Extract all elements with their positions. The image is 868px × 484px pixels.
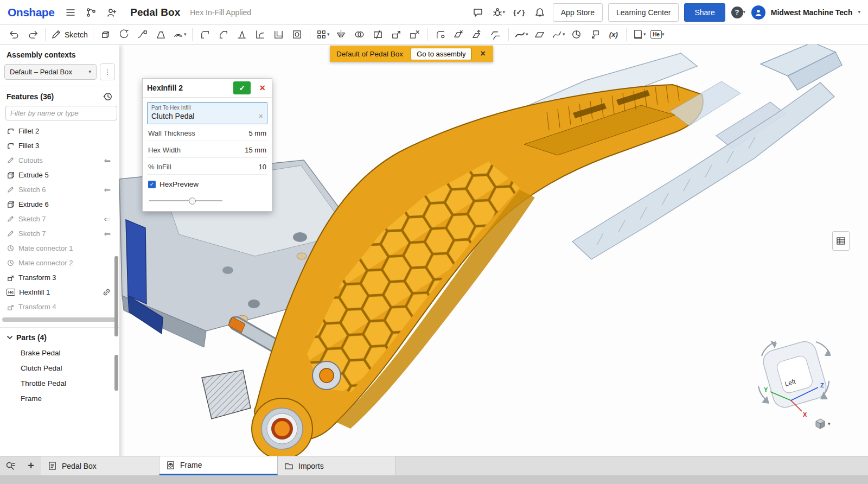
feature-item[interactable]: Transform 4 [0,300,119,314]
sweep-button[interactable] [134,27,151,42]
extrude-button[interactable] [97,27,114,42]
thicken-button[interactable]: ▾ [171,27,188,42]
rib-button[interactable] [252,27,269,42]
transform-button[interactable] [388,27,405,42]
view-mode-button[interactable]: ▾ [815,418,831,430]
feature-item[interactable]: Transform 3 [0,270,119,285]
hole-button[interactable] [289,27,306,42]
wall-thickness-value[interactable]: 5 mm [249,129,267,137]
feature-item[interactable]: Sketch 6⇐ [0,182,119,197]
slider-knob[interactable] [189,198,196,205]
manage-tabs-button[interactable] [0,456,21,475]
follow-mode-button[interactable] [104,5,119,20]
features-scrollbar-thumb[interactable] [114,256,118,336]
versions-button[interactable] [84,5,99,20]
notifications-button[interactable] [532,5,547,20]
featurescript-library-button[interactable]: ▾ [630,27,648,42]
dialog-confirm-button[interactable]: ✓ [233,81,251,94]
report-bug-button[interactable]: ▾ [491,5,506,20]
curve-tools-button[interactable]: ▾ [550,27,567,42]
feature-filter-input[interactable] [5,106,117,120]
undo-button[interactable] [5,27,23,42]
sketch-button[interactable]: Sketch [49,27,89,42]
loft-button[interactable] [152,27,170,42]
dialog-header[interactable]: HexInfill 2 ✓ × [143,79,272,98]
bushing[interactable] [297,253,307,259]
app-store-button[interactable]: App Store [553,3,603,22]
hexpreview-checkbox[interactable]: ✓ [148,181,156,188]
context-selector[interactable]: Default – Pedal Box ▾ [4,64,97,80]
chamfer-button[interactable] [215,27,232,42]
feature-item[interactable]: Cutouts⇐ [0,153,119,168]
feature-item[interactable]: Sketch 7⇐ [0,212,119,226]
feature-item[interactable]: HeHexInfill 1 [0,285,119,300]
parts-list-flyout-button[interactable] [832,231,850,251]
help-menu-button[interactable]: ? ▾ [731,5,746,20]
features-horizontal-scrollbar[interactable] [2,317,117,322]
plane-button[interactable] [531,27,548,42]
split-button[interactable] [369,27,387,42]
graphics-area[interactable] [0,44,868,456]
learning-center-button[interactable]: Learning Center [608,3,679,22]
go-to-assembly-button[interactable]: Go to assembly [411,48,471,60]
revolve-button[interactable] [116,27,133,42]
linear-pattern-button[interactable]: ▾ [314,27,331,42]
surface-tools-button[interactable]: ▾ [513,27,530,42]
tab-imports[interactable]: Imports [278,456,396,475]
history-icon[interactable] [103,92,113,101]
redo-button[interactable] [24,27,41,42]
parts-scrollbar-thumb[interactable] [114,355,118,391]
pedal-pivot-boss[interactable] [252,398,312,456]
draft-button[interactable] [233,27,251,42]
feature-item[interactable]: Mate connector 1 [0,241,119,256]
feature-item[interactable]: Extrude 5 [0,168,119,182]
create-tab-button[interactable]: + [21,456,41,475]
hex-width-row[interactable]: Hex Width 15 mm [147,141,267,158]
part-item[interactable]: Frame [0,391,119,406]
part-item[interactable]: Throttle Pedal [0,375,119,391]
move-face-button[interactable] [469,27,486,42]
variable-button[interactable]: (x) [605,27,622,42]
rod-end-ring[interactable] [312,361,341,390]
feature-item[interactable]: Fillet 3 [0,138,119,153]
view-orientation-cube[interactable]: Left Y Z X [753,334,840,425]
replace-face-button[interactable] [487,27,505,42]
modify-fillet-button[interactable] [432,27,449,42]
part-item[interactable]: Brake Pedal [0,345,119,360]
share-button[interactable]: Share [684,3,725,22]
preview-opacity-slider[interactable] [149,197,222,205]
mirror-button[interactable] [333,27,350,42]
tab-frame[interactable]: Frame [159,456,278,475]
clear-selection-icon[interactable]: × [259,112,263,120]
wall-thickness-row[interactable]: Wall Thickness 5 mm [147,124,267,141]
feature-item[interactable]: Mate connector 2 [0,256,119,270]
comments-button[interactable] [470,5,486,20]
boolean-button[interactable] [351,27,368,42]
feature-item[interactable]: Fillet 2 [0,124,119,138]
custom-feature-he-button[interactable]: He▾ [649,27,666,42]
account-name[interactable]: Midwest Machine Tech [771,8,853,17]
main-menu-button[interactable] [63,5,78,20]
part-item[interactable]: Clutch Pedal [0,360,119,375]
shell-button[interactable] [270,27,288,42]
project-curve-button[interactable] [586,27,604,42]
user-avatar[interactable] [751,5,765,20]
parts-section-header[interactable]: Parts (4) [0,328,119,345]
dialog-cancel-button[interactable]: × [257,82,267,94]
feature-item[interactable]: Sketch 7⇐ [0,226,119,241]
onshape-logo[interactable]: Onshape [8,6,54,19]
delete-part-button[interactable] [406,27,424,42]
percent-infill-row[interactable]: % InFill 10 [147,158,267,175]
featurescript-check-button[interactable]: {✓} [512,5,527,20]
feature-item[interactable]: Extrude 6 [0,197,119,212]
context-menu-button[interactable]: ⋮ [100,63,115,80]
delete-face-button[interactable] [450,27,468,42]
hex-width-value[interactable]: 15 mm [245,146,266,154]
banner-close-icon[interactable]: × [479,49,486,59]
person-icon [754,8,763,17]
percent-infill-value[interactable]: 10 [259,163,266,171]
fillet-button[interactable] [196,27,214,42]
helix-button[interactable] [568,27,585,42]
part-to-hexinfill-field[interactable]: Part To Hex Infill Clutch Pedal × [147,102,267,124]
tab-pedal-box[interactable]: Pedal Box [41,456,159,475]
